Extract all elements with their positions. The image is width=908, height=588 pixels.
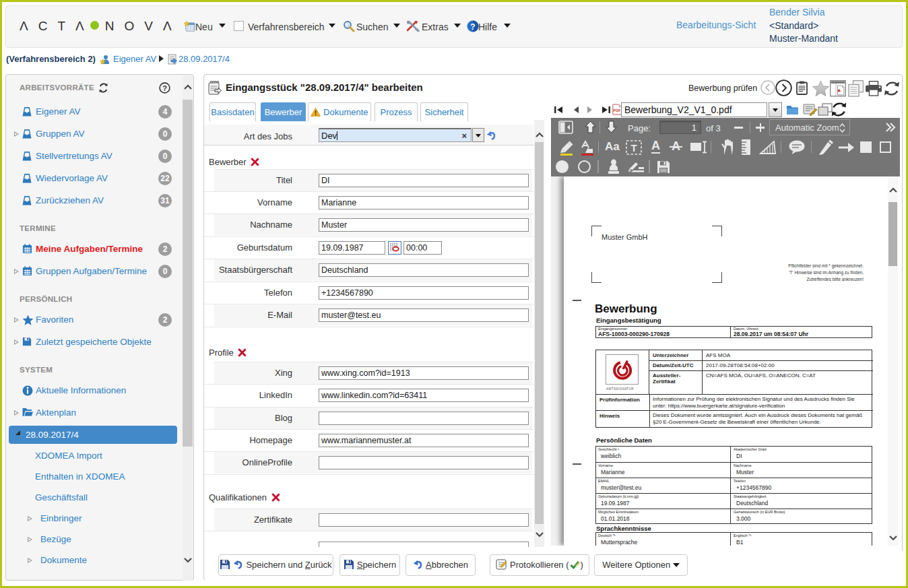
svg-text:PDF: PDF [613, 108, 621, 112]
svg-text:?: ? [470, 22, 475, 32]
svg-text:T: T [630, 142, 637, 154]
svg-text:?: ? [162, 84, 167, 92]
